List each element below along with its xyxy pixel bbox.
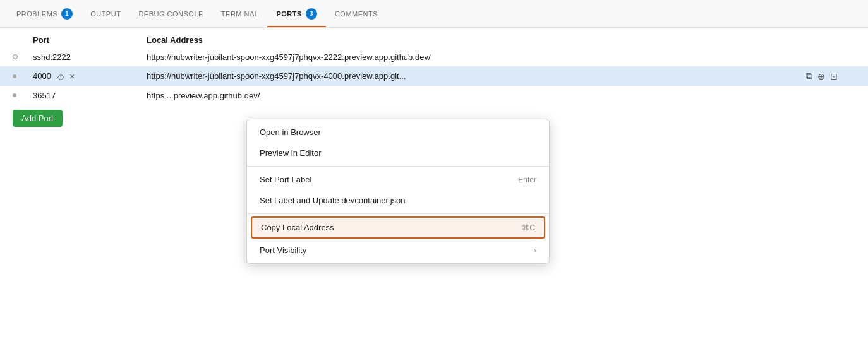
tab-debug-console-label: DEBUG CONSOLE: [138, 10, 203, 18]
row-indicator-4000: [13, 74, 33, 78]
row-indicator-sshd: [13, 54, 33, 59]
close-icon[interactable]: ×: [68, 70, 76, 83]
tab-comments-label: COMMENTS: [335, 10, 378, 18]
circle-indicator: [13, 54, 18, 59]
tab-output[interactable]: OUTPUT: [81, 0, 130, 27]
split-icon[interactable]: ⊡: [829, 70, 839, 83]
menu-item-set-label-update[interactable]: Set Label and Update devcontainer.json: [247, 190, 549, 211]
dot-indicator: [13, 74, 16, 78]
table-row[interactable]: sshd:2222 https://hubwriter-jubilant-spo…: [0, 47, 868, 66]
row-address-36517: https ...preview.app.github.dev/: [147, 91, 855, 100]
tab-ports[interactable]: PORTS 3: [267, 0, 325, 27]
tab-output-label: OUTPUT: [90, 10, 121, 18]
tag-icon[interactable]: ◇: [56, 70, 66, 83]
port-value-sshd: sshd:2222: [33, 52, 71, 62]
table-row[interactable]: 4000 ◇ × https://hubwriter-jubilant-spoo…: [0, 66, 868, 86]
tab-ports-badge: 3: [306, 8, 317, 20]
menu-divider: [247, 213, 549, 214]
menu-item-preview-editor[interactable]: Preview in Editor: [247, 143, 549, 163]
tab-comments[interactable]: COMMENTS: [326, 0, 387, 27]
menu-item-label: Set Label and Update devcontainer.json: [260, 196, 406, 205]
port-value-36517: 36517: [33, 91, 56, 100]
menu-item-shortcut: Enter: [518, 175, 536, 184]
row-port-36517: 36517: [33, 91, 147, 100]
menu-item-copy-local-address[interactable]: Copy Local Address ⌘C: [251, 216, 545, 239]
tab-ports-label: PORTS: [276, 10, 301, 18]
menu-item-open-browser[interactable]: Open in Browser: [247, 122, 549, 143]
menu-divider: [247, 166, 549, 167]
tab-bar: PROBLEMS 1 OUTPUT DEBUG CONSOLE TERMINAL…: [0, 0, 868, 28]
header-indicator-spacer: [13, 35, 33, 45]
tab-problems[interactable]: PROBLEMS 1: [8, 0, 81, 27]
table-header: Port Local Address: [0, 33, 868, 47]
port-value-4000: 4000: [33, 71, 51, 81]
menu-item-label: Open in Browser: [260, 127, 321, 137]
menu-item-set-port-label[interactable]: Set Port Label Enter: [247, 169, 549, 190]
add-port-button[interactable]: Add Port: [13, 110, 63, 127]
menu-item-shortcut: ⌘C: [522, 223, 535, 232]
row-port-4000: 4000 ◇ ×: [33, 70, 147, 83]
row-indicator-36517: [13, 93, 33, 97]
menu-item-label: Preview in Editor: [260, 148, 322, 158]
tab-terminal-label: TERMINAL: [221, 10, 259, 18]
row-port-sshd: sshd:2222: [33, 52, 147, 62]
copy-icon[interactable]: ⧉: [805, 69, 814, 83]
tab-debug-console[interactable]: DEBUG CONSOLE: [130, 0, 212, 27]
row-address-4000: https://hubwriter-jubilant-spoon-xxg4597…: [147, 71, 805, 81]
tab-problems-badge: 1: [61, 8, 73, 20]
menu-item-label: Copy Local Address: [261, 223, 334, 232]
row-action-icons: ⧉ ⊕ ⊡: [805, 69, 855, 83]
chevron-right-icon: ›: [534, 246, 536, 255]
tab-terminal[interactable]: TERMINAL: [212, 0, 268, 27]
menu-item-label: Port Visibility: [260, 246, 306, 255]
context-menu: Open in Browser Preview in Editor Set Po…: [246, 119, 550, 264]
row-address-sshd: https://hubwriter-jubilant-spoon-xxg4597…: [147, 52, 855, 62]
port-quick-actions: ◇ ×: [56, 70, 76, 83]
dot-indicator: [13, 93, 16, 97]
table-row[interactable]: 36517 https ...preview.app.github.dev/: [0, 86, 868, 105]
header-port: Port: [33, 35, 147, 45]
menu-item-label: Set Port Label: [260, 175, 311, 184]
tab-problems-label: PROBLEMS: [16, 10, 57, 18]
globe-icon[interactable]: ⊕: [816, 70, 826, 83]
action-icons-group: ⧉ ⊕ ⊡: [805, 69, 839, 83]
menu-item-port-visibility[interactable]: Port Visibility ›: [247, 240, 549, 261]
header-local-address: Local Address: [147, 35, 855, 45]
